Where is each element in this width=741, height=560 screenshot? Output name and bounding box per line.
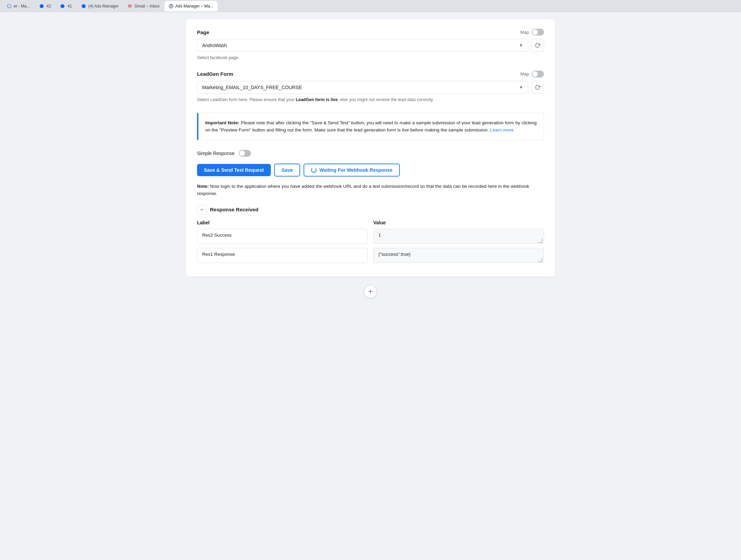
note-prefix: Note: xyxy=(197,184,210,189)
important-note-prefix: Important Note: xyxy=(205,120,241,125)
leadgen-hint-suffix: , else you might not recieve the lead da… xyxy=(338,97,434,102)
save-button[interactable]: Save xyxy=(274,164,300,177)
chevron-down-icon: ▼ xyxy=(519,85,523,90)
response-row-1: Res2 Success 1 xyxy=(197,229,544,244)
leadgen-map-toggle[interactable] xyxy=(532,71,544,78)
meta-favicon-1 xyxy=(7,4,12,9)
page-hint: Select facebook page. xyxy=(197,55,544,61)
tab-label: Gmail – Inbox xyxy=(134,4,159,9)
page-dropdown-value: AndroWash xyxy=(202,43,227,48)
tab-label: er - Ma... xyxy=(14,4,30,9)
tab-ads-manager-ma[interactable]: Ads Manager – Ma... xyxy=(165,1,218,11)
page-map-slider xyxy=(532,29,544,36)
leadgen-map-slider xyxy=(532,71,544,78)
note-body: Now login to the application where you h… xyxy=(197,184,529,196)
label-col-header: Label xyxy=(197,220,368,225)
chevron-down-icon: ▼ xyxy=(519,43,523,48)
leadgen-dropdown[interactable]: Marketing_EMAIL_10_DAYS_FREE_COURSE ▼ xyxy=(197,81,528,94)
page-map-toggle-row: Map xyxy=(520,29,544,36)
response-label-2: Res1 Response xyxy=(197,248,368,263)
page-map-toggle[interactable] xyxy=(532,29,544,36)
simple-response-toggle[interactable] xyxy=(239,150,251,157)
add-button-container: + xyxy=(364,285,377,298)
waiting-webhook-button[interactable]: Waiting For Webhook Response xyxy=(304,164,400,177)
svg-point-1 xyxy=(61,4,65,8)
simple-response-slider xyxy=(239,150,251,157)
leadgen-refresh-button[interactable] xyxy=(531,81,544,94)
page-dropdown[interactable]: AndroWash ▼ xyxy=(197,39,528,52)
main-area: Page Map AndroWash ▼ Select fa xyxy=(0,12,741,560)
page-map-label: Map xyxy=(520,30,529,35)
meta-favicon-2 xyxy=(39,3,44,9)
meta-favicon-4 xyxy=(81,3,86,9)
globe-favicon xyxy=(169,4,173,9)
meta-favicon-3 xyxy=(60,3,65,9)
page-refresh-button[interactable] xyxy=(531,39,544,52)
gmail-favicon: M xyxy=(127,4,132,9)
response-value-2: {"success":true} xyxy=(373,248,544,263)
response-row-2: Res1 Response {"success":true} xyxy=(197,248,544,263)
tab-bar: er - Ma... 42 41 (4) Ads Manager M Gmail… xyxy=(0,0,741,12)
waiting-label: Waiting For Webhook Response xyxy=(319,167,392,173)
page-section: Page Map AndroWash ▼ Select fa xyxy=(197,29,544,61)
leadgen-dropdown-value: Marketing_EMAIL_10_DAYS_FREE_COURSE xyxy=(202,85,302,90)
tab-label: Ads Manager – Ma... xyxy=(176,4,213,9)
leadgen-label: LeadGen Form xyxy=(197,71,233,77)
response-received-section: Response Received Label Value Res2 Succe… xyxy=(197,205,544,263)
simple-response-row: Simple Response xyxy=(197,150,544,157)
value-col-header: Value xyxy=(373,220,544,225)
leadgen-section-header: LeadGen Form Map xyxy=(197,71,544,78)
collapse-button[interactable] xyxy=(197,205,207,214)
add-circle-button[interactable]: + xyxy=(364,285,377,298)
save-and-send-button[interactable]: Save & Send Test Request xyxy=(197,164,271,176)
tab-ads-manager[interactable]: (4) Ads Manager xyxy=(77,1,123,11)
buttons-row: Save & Send Test Request Save Waiting Fo… xyxy=(197,164,544,177)
leadgen-map-label: Map xyxy=(520,71,529,76)
tab-er-ma[interactable]: er - Ma... xyxy=(3,1,34,11)
leadgen-hint-bold: LeadGen form is live xyxy=(296,97,338,102)
leadgen-hint: Select LeadGen form here. Please ensure … xyxy=(197,97,544,103)
response-label-1: Res2 Success xyxy=(197,229,368,244)
page-label: Page xyxy=(197,29,209,35)
tab-41[interactable]: 41 xyxy=(56,1,76,11)
leadgen-map-toggle-row: Map xyxy=(520,71,544,78)
leadgen-section: LeadGen Form Map Marketing_EMAIL_10_DAYS… xyxy=(197,71,544,103)
important-note-box: Important Note: Please note that after c… xyxy=(197,113,544,140)
learn-more-link[interactable]: Learn more xyxy=(490,127,514,132)
page-section-header: Page Map xyxy=(197,29,544,36)
tab-label: (4) Ads Manager xyxy=(88,4,119,9)
response-table-header: Label Value xyxy=(197,220,544,225)
svg-point-2 xyxy=(82,4,86,8)
important-note-text: Please note that after clicking the "Sav… xyxy=(205,120,537,133)
tab-label: 41 xyxy=(67,4,72,9)
response-value-1: 1 xyxy=(373,229,544,244)
tab-gmail[interactable]: M Gmail – Inbox xyxy=(123,1,164,11)
note-text: Note: Now login to the application where… xyxy=(197,183,544,197)
simple-response-label: Simple Response xyxy=(197,151,235,156)
leadgen-select-row: Marketing_EMAIL_10_DAYS_FREE_COURSE ▼ xyxy=(197,81,544,94)
tab-label: 42 xyxy=(46,4,51,9)
spinner-icon xyxy=(311,167,317,173)
tab-42[interactable]: 42 xyxy=(35,1,55,11)
page-select-row: AndroWash ▼ xyxy=(197,39,544,52)
svg-point-0 xyxy=(40,4,44,8)
response-title: Response Received xyxy=(210,207,258,212)
leadgen-hint-prefix: Select LeadGen form here. Please ensure … xyxy=(197,97,296,102)
main-card: Page Map AndroWash ▼ Select fa xyxy=(186,19,555,277)
response-header: Response Received xyxy=(197,205,544,214)
